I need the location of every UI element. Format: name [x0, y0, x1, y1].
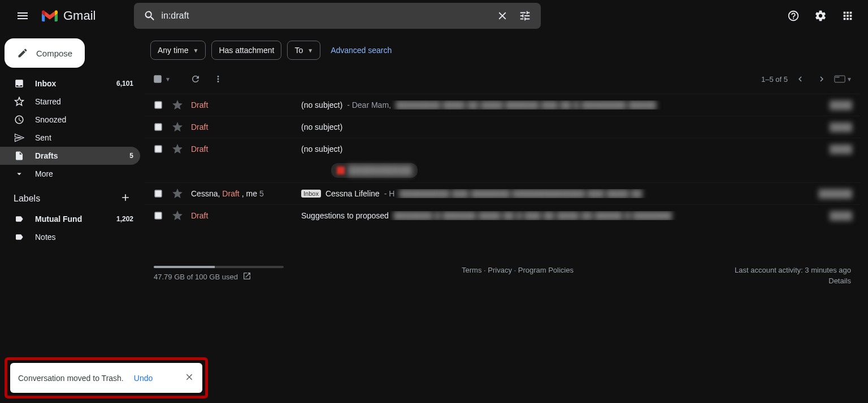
- star-icon[interactable]: [172, 100, 183, 110]
- label-notes[interactable]: Notes: [0, 228, 140, 246]
- row-date: ████: [818, 100, 852, 109]
- row-checkbox[interactable]: [153, 122, 164, 132]
- svg-rect-4: [839, 77, 840, 78]
- label-count: 1,202: [116, 215, 133, 223]
- row-sender: Draft: [191, 122, 208, 132]
- app-name: Gmail: [63, 8, 96, 23]
- row-sender: Draft: [191, 100, 208, 109]
- row-date: ████: [818, 211, 852, 220]
- sidebar-item-inbox[interactable]: Inbox 6,101: [0, 75, 140, 93]
- star-icon[interactable]: [172, 211, 183, 221]
- more-button[interactable]: [207, 70, 229, 88]
- compose-button[interactable]: Compose: [5, 38, 85, 68]
- help-icon[interactable]: [782, 5, 805, 27]
- mail-row[interactable]: Cessna, Draft, me 5 InboxCessna Lifeline…: [145, 182, 860, 204]
- next-page-button[interactable]: [813, 70, 831, 88]
- chip-to[interactable]: To▼: [287, 41, 320, 60]
- footer: 47.79 GB of 100 GB used Terms · Privacy …: [145, 266, 860, 285]
- row-checkbox[interactable]: [153, 100, 164, 110]
- svg-rect-0: [154, 76, 161, 82]
- label-icon: [14, 214, 25, 224]
- chip-any-time[interactable]: Any time▼: [150, 41, 206, 60]
- mail-row[interactable]: Draft (no subject) ████: [145, 138, 860, 160]
- toolbar: ▼ 1–5 of 5 ▼: [145, 64, 860, 94]
- main-panel: Any time▼ Has attachment To▼ Advanced se…: [145, 32, 868, 403]
- row-checkbox[interactable]: [153, 189, 164, 199]
- svg-rect-3: [837, 77, 838, 78]
- toast: Conversation moved to Trash. Undo: [10, 363, 202, 393]
- add-label-button[interactable]: [120, 192, 131, 205]
- search-options-icon[interactable]: [514, 5, 536, 27]
- nav-label: Sent: [35, 133, 51, 142]
- compose-label: Compose: [36, 49, 72, 58]
- svg-rect-2: [836, 77, 837, 78]
- undo-button[interactable]: Undo: [134, 374, 153, 383]
- sidebar: Compose Inbox 6,101 Starred Snoozed Sent: [0, 32, 145, 403]
- search-icon[interactable]: [138, 10, 161, 22]
- storage-text: 47.79 GB of 100 GB used: [154, 273, 238, 281]
- svg-rect-6: [155, 124, 162, 130]
- clock-icon: [14, 115, 25, 125]
- terms-link[interactable]: Terms: [462, 266, 481, 274]
- attachment-chip[interactable]: ██████████: [331, 163, 418, 178]
- search-bar: [134, 3, 541, 29]
- mail-row[interactable]: Draft (no subject) ████: [145, 116, 860, 138]
- apps-icon[interactable]: [836, 5, 859, 27]
- inbox-icon: [14, 78, 25, 89]
- nav-count: 5: [129, 152, 133, 160]
- svg-rect-8: [155, 190, 162, 197]
- mail-row[interactable]: Draft (no subject) - Dear Mam, ████████ …: [145, 94, 860, 116]
- svg-rect-5: [155, 102, 162, 108]
- select-all-checkbox[interactable]: ▼: [153, 74, 171, 84]
- sidebar-item-more[interactable]: More: [0, 165, 140, 183]
- storage-bar: [154, 266, 284, 268]
- clear-search-icon[interactable]: [491, 5, 514, 27]
- star-icon: [14, 97, 25, 107]
- nav-label: Inbox: [35, 79, 56, 88]
- nav-label: More: [35, 169, 53, 178]
- input-tools-button[interactable]: ▼: [834, 70, 852, 88]
- main-menu-button[interactable]: [9, 2, 36, 29]
- labels-header: Labels: [14, 194, 40, 204]
- activity-text: Last account activity: 3 minutes ago: [735, 266, 851, 274]
- nav-label: Drafts: [35, 151, 58, 160]
- search-input[interactable]: [161, 11, 491, 21]
- nav-label: Starred: [35, 97, 61, 106]
- chevron-down-icon: [14, 169, 25, 179]
- header: Gmail: [0, 0, 868, 32]
- row-sender: Cessna, Draft, me 5: [191, 189, 301, 198]
- toast-highlight: Conversation moved to Trash. Undo: [5, 357, 208, 398]
- policies-link[interactable]: Program Policies: [518, 266, 574, 274]
- sidebar-item-sent[interactable]: Sent: [0, 129, 140, 147]
- prev-page-button[interactable]: [791, 70, 809, 88]
- star-icon[interactable]: [172, 189, 183, 199]
- row-date: ██████: [818, 189, 852, 198]
- details-link[interactable]: Details: [735, 277, 851, 285]
- open-storage-icon[interactable]: [242, 271, 251, 282]
- sidebar-item-starred[interactable]: Starred: [0, 93, 140, 111]
- mail-row[interactable]: Draft Suggestions to proposed███████ █ █…: [145, 204, 860, 226]
- send-icon: [14, 133, 25, 143]
- svg-rect-7: [155, 146, 162, 152]
- nav-count: 6,101: [116, 80, 133, 87]
- advanced-search-link[interactable]: Advanced search: [331, 46, 392, 55]
- row-checkbox[interactable]: [153, 144, 164, 154]
- inbox-badge: Inbox: [301, 190, 321, 198]
- row-date: ████: [818, 144, 852, 154]
- sidebar-item-snoozed[interactable]: Snoozed: [0, 111, 140, 129]
- label-text: Notes: [35, 233, 56, 242]
- row-date: ████: [818, 122, 852, 132]
- sidebar-item-drafts[interactable]: Drafts 5: [0, 147, 140, 165]
- gmail-logo[interactable]: Gmail: [41, 8, 96, 23]
- privacy-link[interactable]: Privacy: [488, 266, 512, 274]
- star-icon[interactable]: [172, 122, 183, 132]
- star-icon[interactable]: [172, 144, 183, 154]
- row-sender: Draft: [191, 211, 208, 220]
- chip-has-attachment[interactable]: Has attachment: [211, 41, 281, 60]
- settings-icon[interactable]: [809, 5, 832, 27]
- close-toast-button[interactable]: [184, 372, 194, 384]
- row-checkbox[interactable]: [153, 211, 164, 221]
- label-mutual-fund[interactable]: Mutual Fund 1,202: [0, 210, 140, 228]
- refresh-button[interactable]: [184, 70, 207, 88]
- draft-icon: [14, 151, 25, 161]
